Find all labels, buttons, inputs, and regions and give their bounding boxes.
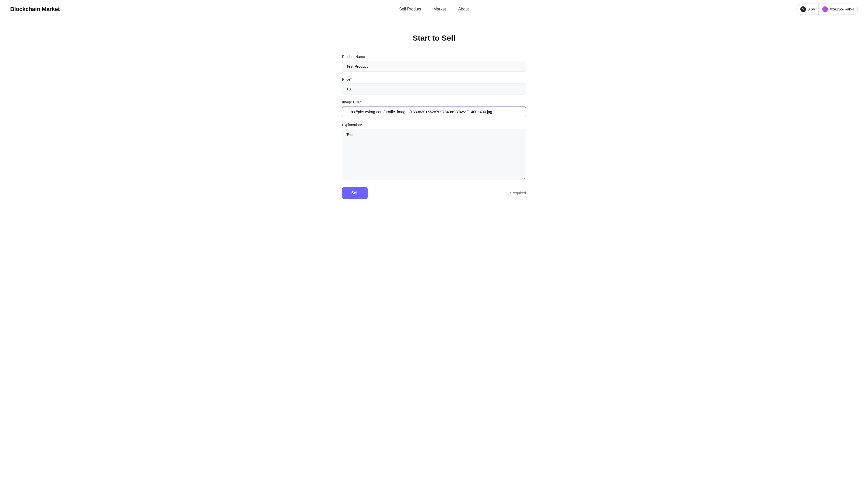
main-content: Start to Sell Product Name Price* Image …	[337, 18, 531, 214]
address-text: 0xA13c••••df54	[830, 7, 854, 11]
product-name-group: Product Name	[342, 55, 526, 72]
page-title: Start to Sell	[342, 34, 526, 42]
price-input[interactable]	[342, 84, 526, 95]
product-name-label: Product Name	[342, 55, 526, 59]
explanation-label: Explanation*	[342, 123, 526, 127]
wallet-widget[interactable]: ◎ 0.66 0xA13c••••df54	[796, 3, 858, 15]
price-group: Price*	[342, 77, 526, 95]
wallet-balance: ◎ 0.66	[797, 4, 819, 14]
image-url-label: Image URL*	[342, 100, 526, 104]
image-url-group: Image URL*	[342, 100, 526, 117]
navbar: Blockchain Market Sell Product Market Ab…	[0, 0, 868, 18]
coin-icon: ◎	[800, 7, 806, 12]
sell-button[interactable]: Sell	[342, 187, 368, 199]
main-nav: Sell Product Market About	[399, 7, 469, 11]
wallet-avatar	[822, 7, 828, 12]
form-footer: Sell *Required	[342, 187, 526, 199]
nav-sell-product[interactable]: Sell Product	[399, 7, 421, 11]
nav-about[interactable]: About	[458, 7, 469, 11]
image-url-input[interactable]	[342, 106, 526, 117]
wallet-address[interactable]: 0xA13c••••df54	[819, 4, 858, 14]
sell-form: Product Name Price* Image URL* Explanati…	[342, 55, 526, 199]
product-name-input[interactable]	[342, 61, 526, 72]
price-label: Price*	[342, 77, 526, 82]
balance-value: 0.66	[807, 7, 815, 11]
brand-logo: Blockchain Market	[10, 6, 60, 12]
explanation-group: Explanation*	[342, 123, 526, 181]
required-note: *Required	[510, 191, 526, 195]
nav-market[interactable]: Market	[434, 7, 446, 11]
explanation-textarea[interactable]	[342, 129, 526, 180]
